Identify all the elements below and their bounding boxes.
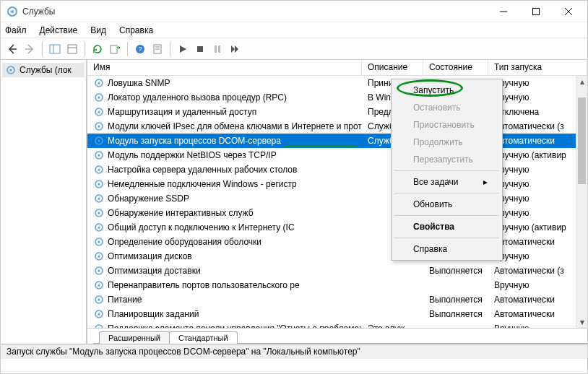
view-tabs: Расширенный Стандартный xyxy=(87,328,587,344)
menubar: Файл Действие Вид Справка xyxy=(1,22,587,38)
tree-root-services[interactable]: Службы (лок xyxy=(2,63,85,77)
table-row[interactable]: Планировщик заданийВыполняетсяАвтоматиче… xyxy=(87,307,587,321)
tab-extended[interactable]: Расширенный xyxy=(99,331,170,344)
close-button[interactable] xyxy=(552,1,584,22)
pause-service-button[interactable] xyxy=(209,41,225,57)
tree-pane: Службы (лок xyxy=(1,60,87,344)
table-row[interactable]: ПитаниеВыполняетсяАвтоматически xyxy=(87,292,587,307)
ctx-resume[interactable]: Продолжить xyxy=(393,134,501,151)
scroll-up-arrow[interactable]: ▴ xyxy=(576,76,587,87)
table-row[interactable]: Модули ключей IPsec для обмена ключами в… xyxy=(87,119,587,134)
ctx-properties[interactable]: Свойства xyxy=(393,218,501,235)
scroll-down-arrow[interactable]: ▾ xyxy=(576,316,587,328)
show-hide-tree-button[interactable] xyxy=(47,41,63,57)
ctx-alltasks[interactable]: Все задачи▸ xyxy=(393,173,501,191)
svg-text:?: ? xyxy=(138,45,142,53)
gear-icon xyxy=(93,92,105,103)
maximize-button[interactable] xyxy=(519,1,552,22)
col-start[interactable]: Тип запуска xyxy=(488,60,587,75)
table-row[interactable]: Модуль поддержки NetBIOS через TCP/IPетс… xyxy=(87,148,587,162)
service-startup: Автоматически xyxy=(488,309,587,319)
service-list: Ловушка SNMPПринимае…ВручнуюЛокатор удал… xyxy=(87,76,587,328)
table-row[interactable]: Локатор удаленного вызова процедур (RPC)… xyxy=(87,90,587,105)
ctx-separator xyxy=(394,170,499,171)
service-name: Немедленные подключения Windows - регист… xyxy=(108,179,297,189)
service-startup: Вручную xyxy=(488,323,587,328)
svg-rect-10 xyxy=(68,45,77,53)
col-name[interactable]: Имя xyxy=(87,60,362,75)
context-menu: Запустить Остановить Приостановить Продо… xyxy=(391,79,503,261)
table-row[interactable]: Оптимизация доставкиВыполняетсяАвтоматич… xyxy=(87,264,587,278)
table-row[interactable]: Оптимизация дисковВручную xyxy=(87,249,587,264)
service-state: Выполняется xyxy=(423,309,488,319)
column-headers: Имя Описание Состояние Тип запуска xyxy=(87,60,587,76)
service-startup: Автоматически (з xyxy=(488,121,587,131)
scrollbar-thumb[interactable] xyxy=(578,97,586,184)
table-row[interactable]: Определение оборудования оболочкиВыполня… xyxy=(87,235,587,249)
start-service-button[interactable] xyxy=(175,41,191,57)
svg-marker-23 xyxy=(235,45,238,53)
vertical-scrollbar[interactable]: ▴ ▾ xyxy=(576,76,587,328)
back-button[interactable] xyxy=(4,41,20,57)
service-state: Выполняется xyxy=(423,266,488,276)
minimize-button[interactable] xyxy=(487,1,519,22)
ctx-restart[interactable]: Перезапустить xyxy=(393,151,501,168)
gear-icon xyxy=(93,222,105,233)
table-row[interactable]: Настройка сервера удаленных рабочих стол… xyxy=(87,162,587,177)
service-name: Настройка сервера удаленных рабочих стол… xyxy=(108,165,297,175)
gear-icon xyxy=(93,308,105,320)
svg-point-31 xyxy=(98,111,100,113)
ctx-pause[interactable]: Приостановить xyxy=(393,116,501,134)
menu-file[interactable]: Файл xyxy=(5,25,27,35)
menu-action[interactable]: Действие xyxy=(40,25,78,35)
table-row[interactable]: Перенаправитель портов пользовательского… xyxy=(87,278,587,292)
col-desc[interactable]: Описание xyxy=(362,60,423,75)
gear-icon xyxy=(93,106,105,118)
table-row[interactable]: Ловушка SNMPПринимае…Вручную xyxy=(87,76,587,90)
service-startup: Вручную xyxy=(488,165,587,175)
gear-icon xyxy=(93,149,105,161)
annotation-underline xyxy=(284,146,356,147)
col-state[interactable]: Состояние xyxy=(423,60,488,75)
svg-rect-20 xyxy=(215,45,217,53)
service-name: Перенаправитель портов пользовательского… xyxy=(108,280,300,290)
stop-service-button[interactable] xyxy=(192,41,208,57)
svg-point-33 xyxy=(98,126,100,128)
gear-icon xyxy=(93,279,105,291)
ctx-start[interactable]: Запустить xyxy=(393,82,501,99)
list-pane: Имя Описание Состояние Тип запуска Ловуш… xyxy=(87,60,587,344)
table-row[interactable]: Модуль запуска процессов DCOM-сервераСлу… xyxy=(87,134,587,148)
service-startup: Вручную xyxy=(488,251,587,261)
svg-point-43 xyxy=(98,198,100,200)
table-row[interactable]: Общий доступ к подключению к Интернету (… xyxy=(87,220,587,235)
ctx-help[interactable]: Справка xyxy=(393,240,501,258)
export-button[interactable] xyxy=(107,41,123,57)
svg-marker-22 xyxy=(231,45,235,53)
svg-point-49 xyxy=(98,241,100,243)
properties-toolbar-button[interactable] xyxy=(64,41,80,57)
ctx-stop[interactable]: Остановить xyxy=(393,99,501,116)
svg-rect-12 xyxy=(111,45,117,53)
ctx-separator xyxy=(394,215,499,216)
table-row[interactable]: Поддержка элемента панели управления "От… xyxy=(87,321,587,328)
menu-view[interactable]: Вид xyxy=(90,25,106,35)
table-row[interactable]: Обнаружение SSDPВыполняетсяВручную xyxy=(87,191,587,206)
service-name: Поддержка элемента панели управления "От… xyxy=(108,323,362,328)
help-toolbar-button[interactable]: ? xyxy=(132,41,148,57)
forward-button[interactable] xyxy=(22,41,38,57)
svg-rect-8 xyxy=(50,45,60,53)
table-row[interactable]: Маршрутизация и удаленный доступПредлага… xyxy=(87,105,587,119)
service-startup: Автоматически (з xyxy=(488,266,587,276)
table-row[interactable]: Обнаружение интерактивных службВручную xyxy=(87,206,587,220)
service-startup: Вручную (активир xyxy=(488,222,587,232)
menu-help[interactable]: Справка xyxy=(119,25,153,35)
chevron-right-icon: ▸ xyxy=(483,177,488,187)
ctx-refresh[interactable]: Обновить xyxy=(393,196,501,213)
properties-sheet-button[interactable] xyxy=(150,41,165,57)
refresh-button[interactable] xyxy=(90,41,105,57)
table-row[interactable]: Немедленные подключения Windows - регист… xyxy=(87,177,587,191)
tab-standard[interactable]: Стандартный xyxy=(169,331,238,344)
svg-point-25 xyxy=(10,69,12,71)
restart-service-button[interactable] xyxy=(227,41,243,57)
service-name: Определение оборудования оболочки xyxy=(108,237,261,247)
